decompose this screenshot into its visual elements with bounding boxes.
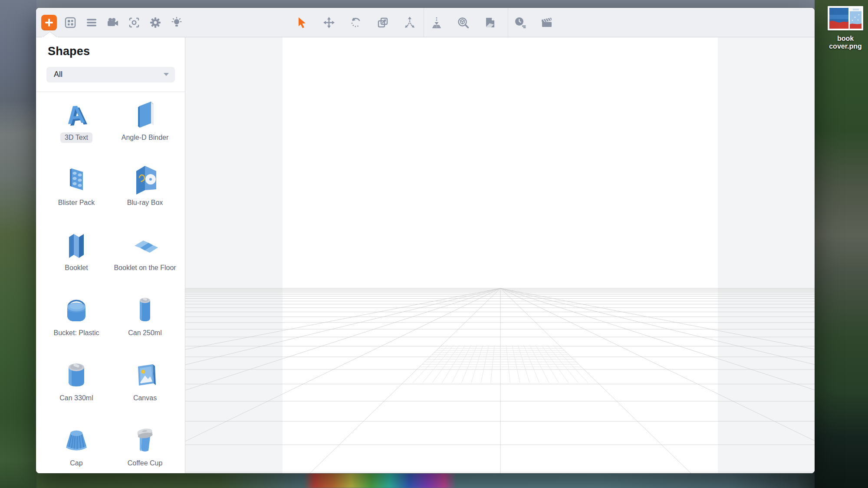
shape-label: Cap: [66, 458, 87, 468]
scene-list-icon: [85, 16, 98, 29]
drop-to-floor-button[interactable]: [429, 15, 444, 30]
toolbar-group-scene: [429, 8, 497, 37]
toolbar-group-output: [513, 8, 555, 37]
shape-blister-pack-icon: [59, 162, 94, 197]
shapes-filter-value: All: [54, 70, 62, 79]
shape-label: Booklet: [60, 263, 92, 273]
toolbar-group-left: [41, 8, 184, 37]
center-view-button[interactable]: [126, 15, 142, 30]
shape-label: Canvas: [129, 393, 161, 403]
shape-label: Blu-ray Box: [123, 198, 168, 208]
fit-to-object-icon: [457, 16, 470, 29]
materials-button[interactable]: [482, 15, 497, 30]
file-name-label: book cover.png: [823, 35, 868, 50]
select-tool-button[interactable]: [294, 15, 310, 30]
shapes-filter-dropdown[interactable]: All: [46, 67, 175, 82]
toolbar-group-tools: [294, 8, 418, 37]
shape-booklet-on-floor-icon: [128, 228, 162, 262]
shape-canvas-icon: [128, 358, 162, 392]
scatter-icon: [403, 16, 416, 29]
scale-tool-button[interactable]: [375, 15, 391, 30]
camera-icon: [106, 16, 119, 29]
shape-label: Bucket: Plastic: [49, 328, 104, 338]
add-shape-button[interactable]: [41, 15, 57, 30]
shape-item-cap[interactable]: Cap: [44, 423, 109, 473]
svg-text:A: A: [66, 99, 86, 129]
shape-item-booklet-on-floor[interactable]: Booklet on the Floor: [112, 228, 178, 293]
camera-button[interactable]: [105, 15, 121, 30]
shape-booklet-icon: [59, 228, 94, 262]
shape-item-can-250ml[interactable]: Can 250ml: [112, 293, 178, 358]
shapes-panel-notch: [42, 32, 58, 37]
wallpaper-left-cliff: [0, 0, 36, 488]
animation-button[interactable]: [539, 15, 555, 30]
shape-item-booklet[interactable]: Booklet: [44, 228, 109, 293]
lighting-bulb-icon: [170, 16, 183, 29]
scatter-tool-button[interactable]: [402, 15, 418, 30]
rotate-tool-button[interactable]: [348, 15, 364, 30]
shape-blu-ray-box-icon: [128, 162, 162, 197]
desktop-screen: { "desktop": { "file_icon_label": "book …: [0, 0, 868, 488]
settings-button[interactable]: [148, 15, 163, 30]
materials-icon: [483, 16, 496, 29]
shape-can-330ml-icon: [59, 358, 94, 392]
chevron-down-icon: [164, 73, 169, 76]
move-icon: [322, 16, 335, 29]
shape-label: Can 250ml: [124, 328, 166, 338]
shape-label: Can 330ml: [55, 393, 97, 403]
shape-bucket-plastic-icon: [59, 293, 94, 327]
shape-item-blu-ray-box[interactable]: Blu-ray Box: [112, 162, 178, 228]
shape-cap-icon: [59, 423, 94, 458]
lighting-button[interactable]: [169, 15, 184, 30]
shapes-panel: Shapes All A A: [36, 37, 185, 473]
shape-label: Coffee Cup: [123, 458, 167, 468]
toolbar-divider-2: [508, 8, 508, 37]
render-time-button[interactable]: [513, 15, 528, 30]
settings-gear-icon: [149, 16, 162, 29]
animation-clapperboard-icon: [540, 16, 553, 29]
shape-item-blister-pack[interactable]: Blister Pack: [44, 162, 109, 228]
shape-item-angle-d-binder[interactable]: Angle-D Binder: [112, 97, 178, 162]
shape-label: 3D Text: [60, 132, 92, 143]
shape-3d-text-icon: A A: [59, 97, 94, 132]
shape-can-250ml-icon: [128, 293, 162, 327]
shape-label: Angle-D Binder: [117, 132, 173, 143]
shape-item-canvas[interactable]: Canvas: [112, 358, 178, 423]
rotate-icon: [349, 16, 362, 29]
shape-angle-d-binder-icon: [128, 97, 162, 132]
shape-item-bucket-plastic[interactable]: Bucket: Plastic: [44, 293, 109, 358]
shape-item-3d-text[interactable]: A A 3D Text: [44, 97, 109, 162]
shape-item-can-330ml[interactable]: Can 330ml: [44, 358, 109, 423]
app-window: Shapes All A A: [36, 8, 815, 473]
shape-item-coffee-cup[interactable]: Coffee Cup: [112, 423, 178, 473]
center-view-icon: [128, 16, 141, 29]
wallpaper-right-cliff: [815, 0, 868, 488]
select-cursor-icon: [296, 16, 309, 29]
shape-browser-icon: [64, 16, 77, 29]
file-thumbnail-image: [828, 6, 863, 30]
drop-to-floor-icon: [430, 16, 443, 29]
render-time-clock-icon: [514, 16, 527, 29]
viewport-3d[interactable]: [185, 37, 815, 473]
shape-browser-button[interactable]: [62, 15, 78, 30]
toolbar: [36, 8, 815, 37]
window-content: Shapes All A A: [36, 37, 815, 473]
wallpaper-rainbow: [304, 473, 457, 488]
scale-icon: [376, 16, 389, 29]
move-tool-button[interactable]: [321, 15, 337, 30]
shapes-panel-title: Shapes: [48, 45, 185, 58]
shape-label: Booklet on the Floor: [109, 263, 180, 273]
toolbar-divider-1: [424, 8, 424, 37]
fit-to-object-button[interactable]: [455, 15, 471, 30]
shapes-list: A A 3D Text: [36, 92, 185, 473]
desktop-file-icon[interactable]: book cover.png: [823, 6, 868, 50]
shape-coffee-cup-icon: [128, 423, 162, 458]
floor-grid: [185, 37, 815, 473]
shape-label: Blister Pack: [54, 198, 99, 208]
scene-list-button[interactable]: [84, 15, 99, 30]
